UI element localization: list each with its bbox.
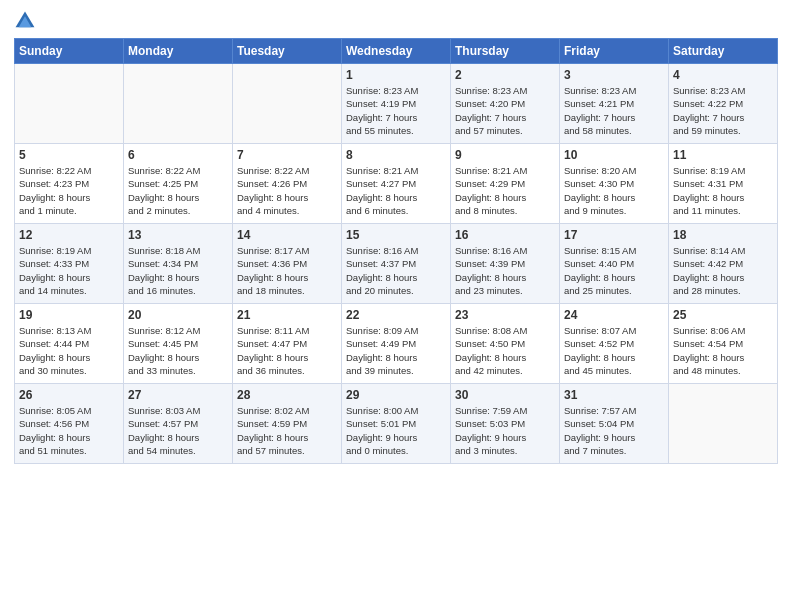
day-info: Sunrise: 8:17 AM Sunset: 4:36 PM Dayligh… (237, 244, 337, 297)
day-number: 9 (455, 148, 555, 162)
day-info: Sunrise: 8:16 AM Sunset: 4:37 PM Dayligh… (346, 244, 446, 297)
week-row-4: 19Sunrise: 8:13 AM Sunset: 4:44 PM Dayli… (15, 304, 778, 384)
calendar-cell: 16Sunrise: 8:16 AM Sunset: 4:39 PM Dayli… (451, 224, 560, 304)
day-number: 12 (19, 228, 119, 242)
day-info: Sunrise: 8:03 AM Sunset: 4:57 PM Dayligh… (128, 404, 228, 457)
day-number: 28 (237, 388, 337, 402)
calendar-body: 1Sunrise: 8:23 AM Sunset: 4:19 PM Daylig… (15, 64, 778, 464)
header-row: SundayMondayTuesdayWednesdayThursdayFrid… (15, 39, 778, 64)
calendar-cell: 17Sunrise: 8:15 AM Sunset: 4:40 PM Dayli… (560, 224, 669, 304)
calendar-cell (233, 64, 342, 144)
calendar-cell: 21Sunrise: 8:11 AM Sunset: 4:47 PM Dayli… (233, 304, 342, 384)
calendar-cell (15, 64, 124, 144)
calendar-cell: 14Sunrise: 8:17 AM Sunset: 4:36 PM Dayli… (233, 224, 342, 304)
day-number: 15 (346, 228, 446, 242)
weekday-header-wednesday: Wednesday (342, 39, 451, 64)
day-info: Sunrise: 8:05 AM Sunset: 4:56 PM Dayligh… (19, 404, 119, 457)
calendar-cell: 28Sunrise: 8:02 AM Sunset: 4:59 PM Dayli… (233, 384, 342, 464)
page-container: SundayMondayTuesdayWednesdayThursdayFrid… (0, 0, 792, 470)
calendar-cell: 7Sunrise: 8:22 AM Sunset: 4:26 PM Daylig… (233, 144, 342, 224)
day-number: 21 (237, 308, 337, 322)
day-info: Sunrise: 8:08 AM Sunset: 4:50 PM Dayligh… (455, 324, 555, 377)
calendar-cell: 12Sunrise: 8:19 AM Sunset: 4:33 PM Dayli… (15, 224, 124, 304)
day-info: Sunrise: 8:18 AM Sunset: 4:34 PM Dayligh… (128, 244, 228, 297)
day-number: 1 (346, 68, 446, 82)
day-number: 14 (237, 228, 337, 242)
day-info: Sunrise: 8:12 AM Sunset: 4:45 PM Dayligh… (128, 324, 228, 377)
calendar-cell: 29Sunrise: 8:00 AM Sunset: 5:01 PM Dayli… (342, 384, 451, 464)
day-info: Sunrise: 8:02 AM Sunset: 4:59 PM Dayligh… (237, 404, 337, 457)
day-info: Sunrise: 7:57 AM Sunset: 5:04 PM Dayligh… (564, 404, 664, 457)
weekday-header-saturday: Saturday (669, 39, 778, 64)
calendar-cell: 13Sunrise: 8:18 AM Sunset: 4:34 PM Dayli… (124, 224, 233, 304)
day-info: Sunrise: 8:06 AM Sunset: 4:54 PM Dayligh… (673, 324, 773, 377)
day-number: 30 (455, 388, 555, 402)
day-info: Sunrise: 8:09 AM Sunset: 4:49 PM Dayligh… (346, 324, 446, 377)
day-info: Sunrise: 8:23 AM Sunset: 4:22 PM Dayligh… (673, 84, 773, 137)
day-info: Sunrise: 8:00 AM Sunset: 5:01 PM Dayligh… (346, 404, 446, 457)
page-header (14, 10, 778, 32)
day-number: 17 (564, 228, 664, 242)
calendar-cell: 22Sunrise: 8:09 AM Sunset: 4:49 PM Dayli… (342, 304, 451, 384)
day-info: Sunrise: 8:22 AM Sunset: 4:26 PM Dayligh… (237, 164, 337, 217)
week-row-1: 1Sunrise: 8:23 AM Sunset: 4:19 PM Daylig… (15, 64, 778, 144)
calendar-cell: 19Sunrise: 8:13 AM Sunset: 4:44 PM Dayli… (15, 304, 124, 384)
calendar-cell: 18Sunrise: 8:14 AM Sunset: 4:42 PM Dayli… (669, 224, 778, 304)
calendar-table: SundayMondayTuesdayWednesdayThursdayFrid… (14, 38, 778, 464)
calendar-cell: 20Sunrise: 8:12 AM Sunset: 4:45 PM Dayli… (124, 304, 233, 384)
weekday-header-thursday: Thursday (451, 39, 560, 64)
day-info: Sunrise: 8:22 AM Sunset: 4:25 PM Dayligh… (128, 164, 228, 217)
calendar-cell: 8Sunrise: 8:21 AM Sunset: 4:27 PM Daylig… (342, 144, 451, 224)
generalblue-logo-icon (14, 10, 36, 32)
day-info: Sunrise: 8:21 AM Sunset: 4:29 PM Dayligh… (455, 164, 555, 217)
calendar-cell: 3Sunrise: 8:23 AM Sunset: 4:21 PM Daylig… (560, 64, 669, 144)
day-info: Sunrise: 8:15 AM Sunset: 4:40 PM Dayligh… (564, 244, 664, 297)
day-info: Sunrise: 8:23 AM Sunset: 4:19 PM Dayligh… (346, 84, 446, 137)
day-info: Sunrise: 8:11 AM Sunset: 4:47 PM Dayligh… (237, 324, 337, 377)
weekday-header-monday: Monday (124, 39, 233, 64)
day-number: 16 (455, 228, 555, 242)
day-number: 2 (455, 68, 555, 82)
day-info: Sunrise: 7:59 AM Sunset: 5:03 PM Dayligh… (455, 404, 555, 457)
day-number: 27 (128, 388, 228, 402)
day-number: 31 (564, 388, 664, 402)
day-number: 25 (673, 308, 773, 322)
day-number: 22 (346, 308, 446, 322)
calendar-cell (669, 384, 778, 464)
day-number: 13 (128, 228, 228, 242)
week-row-2: 5Sunrise: 8:22 AM Sunset: 4:23 PM Daylig… (15, 144, 778, 224)
day-info: Sunrise: 8:16 AM Sunset: 4:39 PM Dayligh… (455, 244, 555, 297)
calendar-cell: 30Sunrise: 7:59 AM Sunset: 5:03 PM Dayli… (451, 384, 560, 464)
day-number: 4 (673, 68, 773, 82)
calendar-cell: 11Sunrise: 8:19 AM Sunset: 4:31 PM Dayli… (669, 144, 778, 224)
day-number: 6 (128, 148, 228, 162)
day-info: Sunrise: 8:19 AM Sunset: 4:31 PM Dayligh… (673, 164, 773, 217)
calendar-cell: 1Sunrise: 8:23 AM Sunset: 4:19 PM Daylig… (342, 64, 451, 144)
weekday-header-friday: Friday (560, 39, 669, 64)
day-number: 10 (564, 148, 664, 162)
day-number: 26 (19, 388, 119, 402)
logo (14, 10, 40, 32)
calendar-cell: 5Sunrise: 8:22 AM Sunset: 4:23 PM Daylig… (15, 144, 124, 224)
calendar-cell: 24Sunrise: 8:07 AM Sunset: 4:52 PM Dayli… (560, 304, 669, 384)
calendar-cell: 10Sunrise: 8:20 AM Sunset: 4:30 PM Dayli… (560, 144, 669, 224)
day-info: Sunrise: 8:20 AM Sunset: 4:30 PM Dayligh… (564, 164, 664, 217)
day-number: 19 (19, 308, 119, 322)
calendar-cell: 15Sunrise: 8:16 AM Sunset: 4:37 PM Dayli… (342, 224, 451, 304)
day-number: 8 (346, 148, 446, 162)
day-number: 5 (19, 148, 119, 162)
week-row-3: 12Sunrise: 8:19 AM Sunset: 4:33 PM Dayli… (15, 224, 778, 304)
day-number: 3 (564, 68, 664, 82)
calendar-header: SundayMondayTuesdayWednesdayThursdayFrid… (15, 39, 778, 64)
day-number: 29 (346, 388, 446, 402)
calendar-cell: 4Sunrise: 8:23 AM Sunset: 4:22 PM Daylig… (669, 64, 778, 144)
day-number: 7 (237, 148, 337, 162)
day-info: Sunrise: 8:14 AM Sunset: 4:42 PM Dayligh… (673, 244, 773, 297)
calendar-cell: 31Sunrise: 7:57 AM Sunset: 5:04 PM Dayli… (560, 384, 669, 464)
calendar-cell: 2Sunrise: 8:23 AM Sunset: 4:20 PM Daylig… (451, 64, 560, 144)
day-number: 24 (564, 308, 664, 322)
weekday-header-sunday: Sunday (15, 39, 124, 64)
day-number: 18 (673, 228, 773, 242)
day-info: Sunrise: 8:13 AM Sunset: 4:44 PM Dayligh… (19, 324, 119, 377)
day-info: Sunrise: 8:23 AM Sunset: 4:20 PM Dayligh… (455, 84, 555, 137)
